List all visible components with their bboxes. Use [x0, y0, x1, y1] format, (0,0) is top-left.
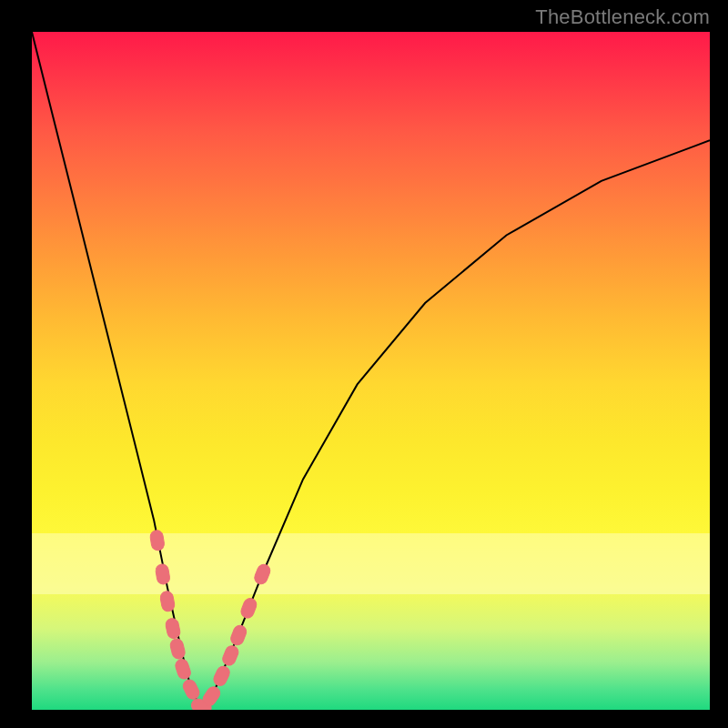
marker-point [149, 530, 165, 551]
marker-point [221, 644, 240, 668]
marker-point [174, 658, 192, 681]
marker-point [159, 591, 176, 612]
bottleneck-curve [32, 32, 710, 710]
highlighted-points [149, 530, 272, 710]
marker-point [253, 562, 272, 586]
watermark: TheBottleneck.com [535, 5, 710, 29]
plot-area [32, 32, 710, 710]
marker-point [239, 597, 258, 621]
marker-point [212, 664, 232, 688]
marker-point [229, 623, 248, 647]
curve-layer [32, 32, 710, 710]
marker-point [165, 617, 181, 639]
marker-point [155, 563, 170, 585]
marker-point [169, 638, 187, 661]
marker-point [181, 678, 201, 702]
chart-frame: TheBottleneck.com [0, 0, 728, 728]
